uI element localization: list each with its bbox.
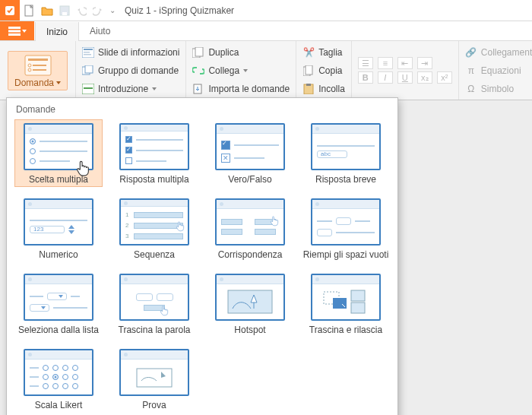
duplica-button[interactable]: Duplica xyxy=(192,44,290,60)
open-folder-icon[interactable] xyxy=(41,5,53,16)
item-label: Risposta multipla xyxy=(119,174,188,185)
thumb-icon: 1 2 3 xyxy=(119,198,189,246)
cut-icon: ✂️ xyxy=(302,46,315,59)
collega-button[interactable]: Collega xyxy=(192,62,290,78)
app-icon[interactable] xyxy=(0,0,20,21)
equation-icon: π xyxy=(465,65,477,77)
item-vero-falso[interactable]: ✕ Vero/Falso xyxy=(206,119,294,187)
question-slide-icon xyxy=(24,55,52,76)
item-risposta-multipla[interactable]: Risposta multipla xyxy=(110,119,198,187)
hyperlink-button: 🔗Collegamento ipert xyxy=(465,44,532,60)
rbtn-label: Equazioni xyxy=(481,65,521,76)
item-scelta-multipla[interactable]: Scelta multipla xyxy=(14,119,103,187)
copia-button[interactable]: Copia xyxy=(302,62,345,78)
new-doc-icon[interactable] xyxy=(24,5,35,17)
intro-icon xyxy=(82,83,94,95)
thumb-icon xyxy=(119,274,189,321)
ribbon: Domanda Slide di informazioni Gruppo di … xyxy=(0,41,532,100)
taglia-button[interactable]: ✂️Taglia xyxy=(302,44,345,60)
file-tab[interactable] xyxy=(0,21,35,40)
item-scala-likert[interactable]: Scala Likert xyxy=(14,345,103,413)
symbol-icon: Ω xyxy=(465,83,477,95)
tab-inizio[interactable]: Inizio xyxy=(35,22,79,41)
svg-rect-27 xyxy=(306,84,311,86)
item-label: Seleziona dalla lista xyxy=(18,325,99,335)
svg-rect-5 xyxy=(8,30,21,32)
ribbon-group-insert: 🔗Collegamento ipert πEquazioni ΩSimbolo xyxy=(459,41,532,100)
number-list-icon: ≡ xyxy=(378,57,393,69)
question-type-dropdown: Domande Scelta multipla xyxy=(6,97,398,415)
domanda-button[interactable]: Domanda xyxy=(8,51,68,90)
redo-icon[interactable] xyxy=(93,5,103,16)
superscript-icon: x² xyxy=(437,71,452,84)
introduzione-button[interactable]: Introduzione xyxy=(82,81,179,97)
group-icon xyxy=(82,65,94,77)
item-risposta-breve[interactable]: abc Risposta breve xyxy=(302,119,390,187)
outdent-icon: ⇤ xyxy=(397,57,413,69)
item-label: Trascina e rilascia xyxy=(309,325,382,335)
item-label: Scala Likert xyxy=(35,400,83,410)
item-label: Vero/Falso xyxy=(228,174,271,185)
rbtn-label: Simbolo xyxy=(481,84,514,94)
duplicate-icon xyxy=(192,46,204,59)
rbtn-label: Importa le domande xyxy=(208,84,290,94)
svg-rect-34 xyxy=(137,369,172,387)
hyperlink-icon: 🔗 xyxy=(465,46,477,59)
thumb-icon xyxy=(311,274,381,321)
question-type-grid: Scelta multipla Risposta multipla ✕ Vero… xyxy=(14,119,390,413)
importa-button[interactable]: Importa le domande xyxy=(192,81,290,97)
item-sequenza[interactable]: 1 2 3 Sequenza xyxy=(110,195,198,262)
ribbon-group-clipboard1: Duplica Collega Importa le domande xyxy=(186,41,296,100)
simbolo-button: ΩSimbolo xyxy=(465,81,532,97)
item-label: Corrispondenza xyxy=(218,249,283,260)
qat-customize-caret[interactable]: ⌄ xyxy=(109,6,116,14)
save-icon[interactable] xyxy=(59,5,70,16)
incolla-button[interactable]: Incolla xyxy=(302,81,345,97)
item-prova[interactable]: Prova xyxy=(110,345,198,413)
item-seleziona-lista[interactable]: Seleziona dalla lista xyxy=(14,270,103,337)
thumb-icon xyxy=(24,349,93,396)
item-label: Riempi gli spazi vuoti xyxy=(303,249,389,260)
svg-rect-3 xyxy=(62,12,67,15)
item-trascina-rilascia[interactable]: Trascina e rilascia xyxy=(302,270,390,337)
rbtn-label: Collegamento ipert xyxy=(481,47,532,58)
paste-icon xyxy=(302,83,315,95)
indent-icon: ⇥ xyxy=(417,57,432,69)
rbtn-label: Slide di informazioni xyxy=(98,47,179,58)
svg-rect-6 xyxy=(8,33,21,36)
svg-rect-20 xyxy=(84,87,93,89)
svg-rect-32 xyxy=(351,303,365,313)
thumb-icon: ✕ xyxy=(215,123,285,170)
item-label: Scelta multipla xyxy=(29,174,88,185)
item-hotspot[interactable]: Hotspot xyxy=(206,270,294,337)
thumb-icon: abc xyxy=(311,123,381,170)
ribbon-group-clipboard2: ✂️Taglia Copia Incolla xyxy=(296,41,352,100)
svg-rect-10 xyxy=(33,65,46,66)
gruppo-domande-button[interactable]: Gruppo di domande xyxy=(82,62,179,78)
svg-rect-22 xyxy=(195,47,203,56)
item-label: Hotspot xyxy=(234,325,265,335)
item-trascina-parola[interactable]: Trascina la parola xyxy=(110,270,198,337)
copy-icon xyxy=(302,65,315,77)
slide-info-button[interactable]: Slide di informazioni xyxy=(82,44,179,60)
undo-icon[interactable] xyxy=(76,5,87,16)
rbtn-label: Gruppo di domande xyxy=(98,65,179,76)
thumb-icon xyxy=(215,274,285,321)
rbtn-label: Incolla xyxy=(318,84,345,94)
item-riempi-spazi[interactable]: Riempi gli spazi vuoti xyxy=(302,195,390,262)
caret-down-icon xyxy=(243,69,248,72)
thumb-icon xyxy=(311,198,381,246)
tab-aiuto[interactable]: Aiuto xyxy=(79,21,122,40)
item-corrispondenza[interactable]: Corrispondenza xyxy=(206,195,294,262)
titlebar-left: ⌄ xyxy=(0,0,120,21)
item-numerico[interactable]: 123 Numerico xyxy=(14,195,103,262)
thumb-icon xyxy=(24,274,93,321)
window-title: Quiz 1 - iSpring Quizmaker xyxy=(120,5,532,16)
item-label: Trascina la parola xyxy=(119,325,191,335)
dropdown-section-title: Domande xyxy=(14,103,390,119)
svg-rect-15 xyxy=(84,52,90,53)
ribbon-group-domanda: Domanda xyxy=(0,41,76,100)
rbtn-label: Introduzione xyxy=(98,84,148,94)
svg-rect-28 xyxy=(228,290,272,313)
rbtn-label: Copia xyxy=(318,65,342,76)
